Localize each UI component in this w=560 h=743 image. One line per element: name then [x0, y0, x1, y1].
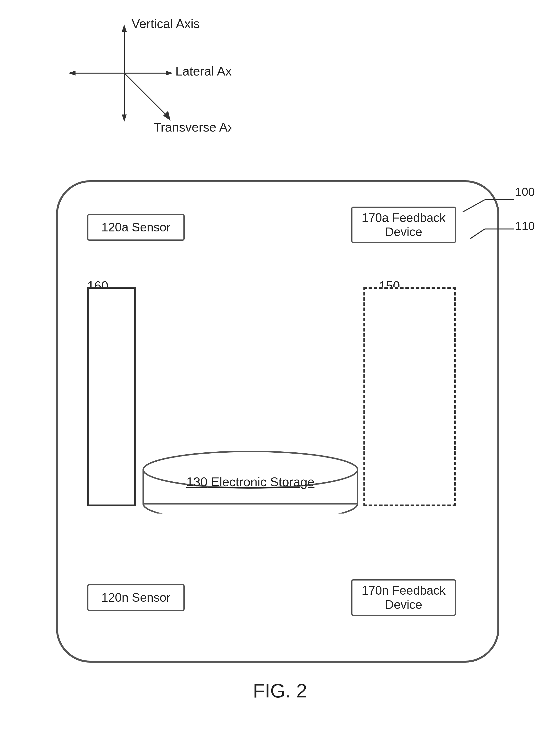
- sensor-120n-label: 120n Sensor: [101, 591, 171, 605]
- feedback-170a-box: 170a FeedbackDevice: [351, 207, 456, 243]
- ref-110: 110: [515, 219, 535, 233]
- sensor-120a-label: 120a Sensor: [101, 220, 171, 234]
- fig-container: 120a Sensor 120n Sensor 170a FeedbackDev…: [56, 180, 499, 663]
- box-150-dashed: [363, 287, 456, 506]
- feedback-170a-label: 170a FeedbackDevice: [362, 211, 446, 239]
- sensor-120a-box: 120a Sensor: [87, 214, 185, 241]
- feedback-170n-label: 170n FeedbackDevice: [362, 583, 446, 612]
- svg-marker-5: [166, 71, 173, 76]
- svg-line-6: [124, 73, 168, 117]
- vertical-axis-label: Vertical Axis: [132, 16, 200, 31]
- svg-marker-4: [68, 71, 76, 76]
- figure-caption: FIG. 2: [0, 680, 560, 702]
- svg-marker-1: [122, 25, 127, 32]
- sensor-120n-box: 120n Sensor: [87, 584, 185, 611]
- feedback-170n-box: 170n FeedbackDevice: [351, 579, 456, 616]
- transverse-axis-label: Transverse Axis: [154, 120, 231, 134]
- axes-diagram: Vertical Axis Lateral Axis Transverse Ax…: [49, 15, 231, 156]
- ref-100: 100: [515, 185, 535, 199]
- lateral-axis-label: Lateral Axis: [175, 64, 231, 78]
- electronic-storage-label: 130 Electronic Storage: [141, 475, 360, 489]
- svg-marker-7: [163, 111, 171, 121]
- box-160: [87, 287, 136, 506]
- svg-marker-2: [122, 115, 127, 122]
